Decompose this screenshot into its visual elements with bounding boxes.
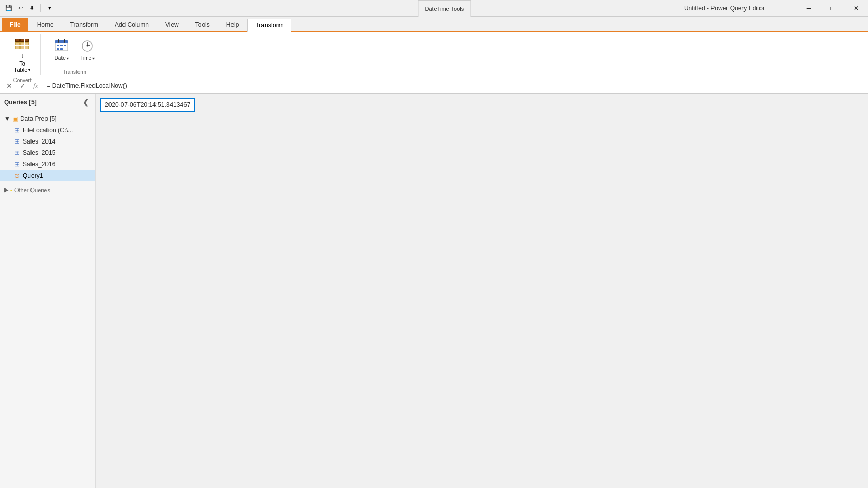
to-table-dropdown-arrow: ▾: [28, 68, 30, 72]
svg-rect-7: [57, 48, 59, 50]
customize-button[interactable]: ▾: [45, 4, 54, 13]
toolbar-separator: [40, 4, 41, 12]
sidebar: Queries [5] ❮ ▼ ▣ Data Prep [5] ⊞ FileLo…: [0, 94, 96, 488]
to-table-label: To: [19, 60, 25, 67]
sidebar-collapse-button[interactable]: ❮: [81, 97, 91, 107]
clock-icon: [80, 38, 95, 54]
table-icon: ⊞: [14, 161, 20, 168]
ribbon-group-convert-content: ↓ To Table ▾: [9, 34, 35, 75]
tab-help[interactable]: Help: [219, 18, 247, 31]
ribbon: ↓ To Table ▾ Convert: [0, 32, 868, 77]
tab-file[interactable]: File: [2, 18, 28, 31]
tab-transform-ctx[interactable]: Transform: [247, 19, 291, 32]
date-label: Date ▾: [55, 55, 69, 61]
svg-rect-8: [60, 48, 63, 50]
item-label: Query1: [23, 172, 43, 179]
item-label: FileLocation (C:\...: [23, 127, 73, 134]
sidebar-group-data-prep: ▼ ▣ Data Prep [5] ⊞ FileLocation (C:\...…: [0, 111, 95, 183]
svg-rect-5: [60, 45, 63, 46]
sidebar-group-data-prep-header[interactable]: ▼ ▣ Data Prep [5]: [0, 113, 95, 124]
datetime-tools-tab[interactable]: DateTime Tools: [418, 0, 471, 17]
calendar-icon: [54, 38, 69, 54]
item-label: Sales_2015: [23, 149, 55, 156]
ribbon-group-convert: ↓ To Table ▾ Convert: [4, 34, 41, 75]
svg-rect-4: [57, 45, 59, 46]
quick-access-toolbar: 💾 ↩ ⬇ ▾: [4, 4, 54, 13]
maximize-button[interactable]: □: [820, 0, 844, 17]
close-button[interactable]: ✕: [844, 0, 868, 17]
table-icon: ⊞: [14, 127, 20, 134]
table-icon: ⊞: [14, 149, 20, 156]
ribbon-group-transform-label: Transform: [63, 67, 86, 75]
main-area: Queries [5] ❮ ▼ ▣ Data Prep [5] ⊞ FileLo…: [0, 94, 868, 488]
item-label: Sales_2014: [23, 138, 55, 145]
formula-bar: ✕ ✓ fx: [0, 77, 868, 94]
redo-button[interactable]: ⬇: [27, 4, 36, 13]
formula-input[interactable]: [47, 82, 864, 89]
date-button[interactable]: Date ▾: [50, 36, 73, 63]
time-label: Time ▾: [80, 55, 95, 61]
to-table-icon: ↓: [16, 39, 29, 59]
svg-rect-1: [55, 40, 68, 43]
undo-button[interactable]: ↩: [16, 4, 25, 13]
sidebar-item-query1[interactable]: ⊙ Query1: [0, 170, 95, 181]
table-icon: ⊞: [14, 138, 20, 145]
ribbon-group-transform: Date ▾ Time ▾ Transform: [45, 34, 104, 75]
data-cell[interactable]: 2020-07-06T20:14:51.3413467: [100, 98, 195, 112]
expand-icon: ▼: [4, 115, 10, 122]
formula-separator: [43, 81, 43, 91]
window-title: Untitled - Power Query Editor: [684, 5, 765, 12]
tab-add-column[interactable]: Add Column: [107, 18, 157, 31]
tab-view[interactable]: View: [158, 18, 187, 31]
save-button[interactable]: 💾: [4, 4, 13, 13]
sidebar-title: Queries [5]: [4, 99, 37, 106]
sidebar-header: Queries [5] ❮: [0, 94, 95, 111]
ribbon-group-transform-content: Date ▾ Time ▾: [50, 34, 99, 67]
content-area: 2020-07-06T20:14:51.3413467: [96, 94, 868, 488]
sidebar-group-other-queries-header[interactable]: ▶ ▪ Other Queries: [0, 183, 95, 196]
expand-icon: ▶: [4, 186, 8, 193]
sidebar-item-sales-2014[interactable]: ⊞ Sales_2014: [0, 136, 95, 147]
window-controls: ─ □ ✕: [797, 0, 868, 17]
formula-confirm-button[interactable]: ✓: [18, 82, 28, 90]
to-table-label2: Table: [14, 67, 27, 73]
time-button[interactable]: Time ▾: [76, 36, 99, 63]
tab-tools[interactable]: Tools: [188, 18, 218, 31]
formula-fx-label: fx: [31, 82, 40, 90]
svg-rect-6: [64, 45, 66, 46]
group-label: Data Prep [5]: [20, 115, 57, 122]
item-label: Sales_2016: [23, 161, 55, 168]
folder-small-icon: ▪: [10, 187, 12, 193]
tab-home[interactable]: Home: [29, 18, 61, 31]
minimize-button[interactable]: ─: [797, 0, 820, 17]
title-bar: 💾 ↩ ⬇ ▾ DateTime Tools Untitled - Power …: [0, 0, 868, 17]
to-table-button[interactable]: ↓ To Table ▾: [9, 36, 35, 75]
other-queries-label: Other Queries: [14, 187, 50, 193]
sidebar-item-file-location[interactable]: ⊞ FileLocation (C:\...: [0, 124, 95, 136]
sidebar-item-sales-2016[interactable]: ⊞ Sales_2016: [0, 159, 95, 170]
folder-icon: ▣: [12, 115, 18, 122]
ribbon-tabs: File Home Transform Add Column View Tool…: [0, 17, 868, 32]
sidebar-item-sales-2015[interactable]: ⊞ Sales_2015: [0, 147, 95, 159]
formula-cancel-button[interactable]: ✕: [4, 82, 14, 90]
tab-transform[interactable]: Transform: [63, 18, 106, 31]
svg-point-12: [87, 45, 88, 47]
query-icon: ⊙: [14, 172, 20, 179]
